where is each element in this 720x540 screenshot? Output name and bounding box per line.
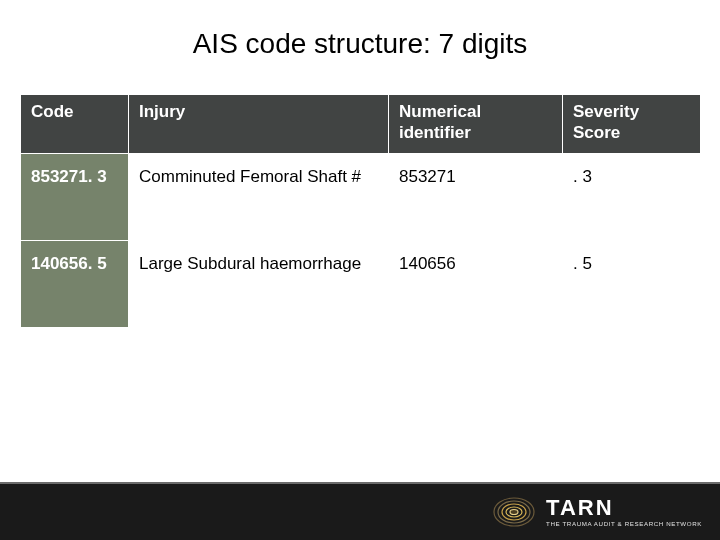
table-container: Code Injury Numerical identifier Severit… xyxy=(20,94,700,328)
tarn-logo-text: TARN xyxy=(546,497,702,519)
col-header-numid: Numerical identifier xyxy=(389,95,563,154)
col-header-severity: Severity Score xyxy=(563,95,701,154)
tarn-logo: TARN THE TRAUMA AUDIT & RESEARCH NETWORK xyxy=(490,492,702,532)
table-row: 140656. 5 Large Subdural haemorrhage 140… xyxy=(21,241,701,328)
table-header-row: Code Injury Numerical identifier Severit… xyxy=(21,95,701,154)
ais-code-table: Code Injury Numerical identifier Severit… xyxy=(20,94,701,328)
tarn-logo-subtext: THE TRAUMA AUDIT & RESEARCH NETWORK xyxy=(546,521,702,527)
table-row: 853271. 3 Comminuted Femoral Shaft # 853… xyxy=(21,154,701,241)
cell-numid: 140656 xyxy=(389,241,563,328)
cell-severity: . 3 xyxy=(563,154,701,241)
col-header-injury: Injury xyxy=(129,95,389,154)
footer-bar: TARN THE TRAUMA AUDIT & RESEARCH NETWORK xyxy=(0,484,720,540)
tarn-logo-icon xyxy=(490,492,538,532)
page-title: AIS code structure: 7 digits xyxy=(0,28,720,60)
cell-injury: Large Subdural haemorrhage xyxy=(129,241,389,328)
cell-severity: . 5 xyxy=(563,241,701,328)
col-header-code: Code xyxy=(21,95,129,154)
svg-point-4 xyxy=(510,510,518,515)
cell-code: 853271. 3 xyxy=(21,154,129,241)
cell-numid: 853271 xyxy=(389,154,563,241)
cell-injury: Comminuted Femoral Shaft # xyxy=(129,154,389,241)
cell-code: 140656. 5 xyxy=(21,241,129,328)
